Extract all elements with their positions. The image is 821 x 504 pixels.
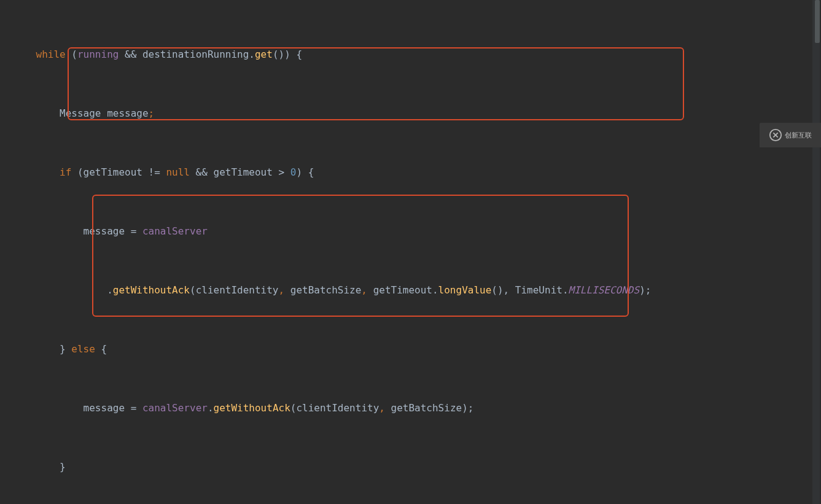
logo-icon xyxy=(769,128,782,142)
code-line: message = canalServer.getWithoutAck(clie… xyxy=(0,401,821,416)
code-line: } else { xyxy=(0,342,821,357)
code-editor[interactable]: while (running && destinationRunning.get… xyxy=(0,0,821,147)
watermark-logo: 创新互联 xyxy=(760,123,821,147)
watermark-text: 创新互联 xyxy=(785,128,812,142)
code-line: } xyxy=(0,460,821,475)
scrollbar-thumb[interactable] xyxy=(815,0,820,43)
code-area[interactable]: while (running && destinationRunning.get… xyxy=(0,3,821,504)
code-line: while (running && destinationRunning.get… xyxy=(0,47,821,62)
scrollbar-vertical[interactable] xyxy=(812,0,820,504)
code-line: if (getTimeout != null && getTimeout > 0… xyxy=(0,165,821,180)
code-line-highlighted: .getWithoutAck(clientIdentity, getBatchS… xyxy=(0,283,821,298)
code-line: Message message; xyxy=(0,106,821,121)
code-line: message = canalServer xyxy=(0,224,821,239)
